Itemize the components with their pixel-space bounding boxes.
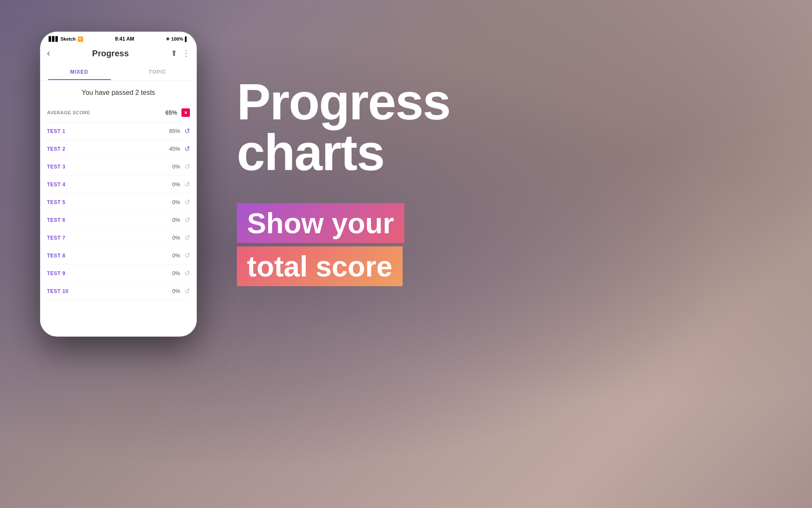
status-bar: ▋▋▋ Sketch 🛜 9:41 AM ✳ 100% ▌ <box>40 32 197 44</box>
refresh-icon[interactable]: ↺ <box>184 287 190 295</box>
tab-bar: MIXED TOPIC <box>40 64 197 80</box>
back-button[interactable]: ‹ <box>47 48 50 59</box>
test-score-value: 0% <box>172 163 180 170</box>
wifi-icon: 🛜 <box>77 36 83 42</box>
average-score-row: AVERAGE SCORE 65% ✕ <box>47 103 190 122</box>
header-actions: ⬆ ⋮ <box>171 49 190 58</box>
refresh-icon[interactable]: ↺ <box>184 163 190 171</box>
test-score-value: 85% <box>169 128 180 134</box>
test-score-value: 0% <box>172 235 180 241</box>
test-right: 0%↺ <box>172 163 190 171</box>
hero-title: Progresscharts <box>237 76 787 178</box>
test-label: TEST 2 <box>47 146 66 152</box>
battery-icon: ▌ <box>185 36 188 41</box>
average-label: AVERAGE SCORE <box>47 110 90 115</box>
test-row: TEST 70%↺ <box>47 229 190 247</box>
phone-mockup: ▋▋▋ Sketch 🛜 9:41 AM ✳ 100% ▌ ‹ Progress… <box>40 32 197 337</box>
test-label: TEST 6 <box>47 217 66 223</box>
status-right: ✳ 100% ▌ <box>166 36 188 42</box>
test-label: TEST 1 <box>47 128 66 134</box>
phone-screen: ▋▋▋ Sketch 🛜 9:41 AM ✳ 100% ▌ ‹ Progress… <box>40 32 197 337</box>
test-score-value: 0% <box>172 181 180 188</box>
test-label: TEST 9 <box>47 271 66 276</box>
test-label: TEST 7 <box>47 235 66 241</box>
test-rows: TEST 185%↺TEST 245%↺TEST 30%↺TEST 40%↺TE… <box>47 122 190 300</box>
test-right: 0%↺ <box>172 216 190 224</box>
refresh-icon[interactable]: ↺ <box>184 127 190 135</box>
refresh-icon[interactable]: ↺ <box>184 234 190 242</box>
test-right: 0%↺ <box>172 287 190 295</box>
more-button[interactable]: ⋮ <box>182 49 190 58</box>
refresh-icon[interactable]: ↺ <box>184 251 190 260</box>
test-row: TEST 90%↺ <box>47 265 190 282</box>
test-row: TEST 60%↺ <box>47 211 190 229</box>
delete-button[interactable]: ✕ <box>181 108 190 117</box>
battery-percent: 100% <box>171 36 183 41</box>
test-right: 85%↺ <box>169 127 190 135</box>
passed-message: You have passed 2 tests <box>40 80 197 103</box>
share-button[interactable]: ⬆ <box>171 49 177 58</box>
test-score-value: 45% <box>169 146 180 152</box>
test-score-value: 0% <box>172 217 180 223</box>
app-header: ‹ Progress ⬆ ⋮ <box>40 44 197 64</box>
score-section: AVERAGE SCORE 65% ✕ TEST 185%↺TEST 245%↺… <box>40 103 197 300</box>
average-score-value: 65% <box>165 109 177 116</box>
page-title: Progress <box>92 49 129 58</box>
hero-content: Progresscharts Show your total score <box>237 76 787 286</box>
test-score-value: 0% <box>172 288 180 294</box>
test-row: TEST 100%↺ <box>47 282 190 300</box>
tagline-block: Show your total score <box>237 203 787 286</box>
average-right: 65% ✕ <box>165 108 190 117</box>
tab-mixed[interactable]: MIXED <box>40 64 118 80</box>
refresh-icon[interactable]: ↺ <box>184 145 190 153</box>
test-right: 0%↺ <box>172 198 190 206</box>
refresh-icon[interactable]: ↺ <box>184 198 190 206</box>
refresh-icon[interactable]: ↺ <box>184 180 190 188</box>
tagline-line1: Show your <box>237 203 404 243</box>
test-right: 0%↺ <box>172 180 190 188</box>
test-right: 0%↺ <box>172 269 190 277</box>
test-label: TEST 10 <box>47 288 69 294</box>
test-label: TEST 5 <box>47 199 66 205</box>
test-score-value: 0% <box>172 270 180 276</box>
test-label: TEST 4 <box>47 182 66 188</box>
test-label: TEST 8 <box>47 253 66 259</box>
test-row: TEST 50%↺ <box>47 193 190 211</box>
test-score-value: 0% <box>172 252 180 259</box>
bluetooth-icon: ✳ <box>166 36 170 42</box>
test-right: 45%↺ <box>169 145 190 153</box>
test-row: TEST 30%↺ <box>47 158 190 176</box>
carrier-name: Sketch <box>60 36 76 41</box>
test-label: TEST 3 <box>47 164 66 170</box>
test-row: TEST 80%↺ <box>47 247 190 265</box>
refresh-icon[interactable]: ↺ <box>184 216 190 224</box>
tab-topic[interactable]: TOPIC <box>118 64 197 80</box>
signal-icon: ▋▋▋ <box>49 36 59 42</box>
test-right: 0%↺ <box>172 234 190 242</box>
test-row: TEST 245%↺ <box>47 140 190 158</box>
tagline-line2: total score <box>237 246 403 286</box>
test-row: TEST 185%↺ <box>47 122 190 140</box>
content-area: You have passed 2 tests AVERAGE SCORE 65… <box>40 80 197 330</box>
refresh-icon[interactable]: ↺ <box>184 269 190 277</box>
test-score-value: 0% <box>172 199 180 205</box>
status-left: ▋▋▋ Sketch 🛜 <box>49 36 83 42</box>
status-time: 9:41 AM <box>115 36 134 42</box>
test-row: TEST 40%↺ <box>47 176 190 193</box>
test-right: 0%↺ <box>172 251 190 260</box>
